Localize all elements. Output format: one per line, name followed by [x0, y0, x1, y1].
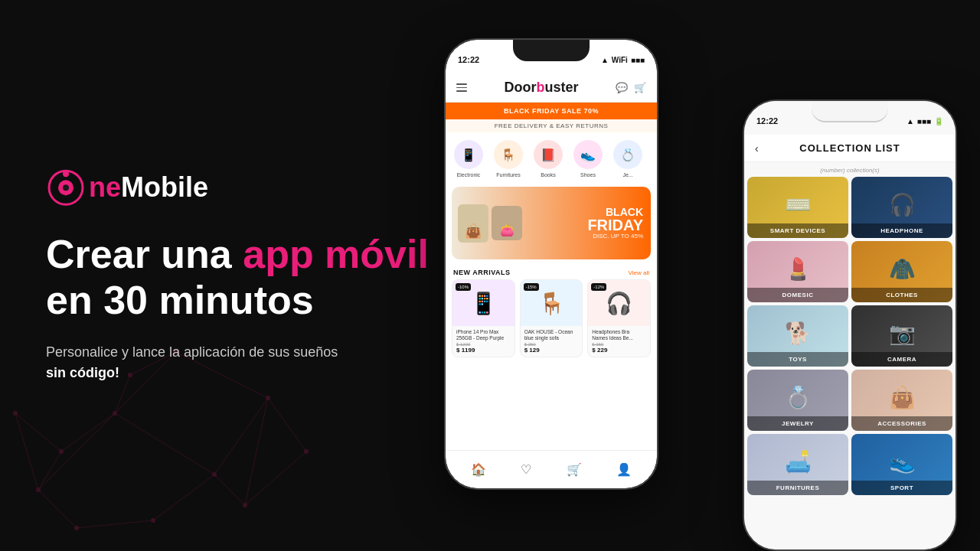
hero-banner: 👜 👛 BLACK FRIDAY DISC. UP TO 45% — [452, 187, 651, 259]
sport-label: SPORT — [851, 481, 952, 495]
cart-bottom-icon: 🛒 — [567, 462, 582, 477]
toys-label: TOYS — [747, 352, 848, 367]
hero-friday-text: FRIDAY — [587, 217, 643, 233]
svg-line-13 — [15, 413, 38, 490]
chat-icon: 💬 — [616, 82, 628, 93]
product-price: $ 129 — [524, 347, 579, 354]
headline-line1: Crear una — [46, 232, 232, 276]
smart-devices-icon: ⌨️ — [785, 192, 812, 217]
category-icon: 👟 — [573, 140, 603, 169]
product-emoji: 🪑 — [538, 291, 565, 316]
doorbuster-logo: Doorbuster — [504, 80, 578, 96]
collection-title: COLLECTION LIST — [799, 142, 900, 154]
product-item-headphone: -12% 🎧 Headphones Bra Names Ideas Be... … — [587, 279, 651, 357]
headline: Crear una app móvil en 30 minutos — [46, 232, 444, 324]
collection-jewelry: 💍 JEWELRY — [747, 370, 848, 431]
collection-accessories: 👜 ACCESSORIES — [851, 370, 952, 431]
sport-icon: 👟 — [889, 449, 916, 474]
phone-1-status-icons: ▲WiFi■■■ — [601, 56, 645, 64]
nav-icons: 💬 🛒 — [616, 82, 646, 93]
category-item: 👟 Shoes — [571, 140, 605, 178]
product-badge: -10% — [456, 283, 471, 291]
svg-point-27 — [13, 411, 18, 416]
phone-2-time: 12:22 — [756, 116, 778, 126]
svg-line-5 — [38, 490, 77, 528]
subtext-regular: Personalice y lance la aplicación de sus… — [46, 344, 338, 360]
svg-point-25 — [59, 449, 64, 454]
svg-point-19 — [113, 411, 117, 416]
category-list: 📱 Electronic 🪑 Furnitures 📕 Books 👟 Shoe… — [446, 132, 657, 182]
category-icon: 📱 — [454, 140, 483, 169]
furnitures-icon: 🛋️ — [785, 449, 812, 474]
phone-2-status-icons: ▲■■■🔋 — [906, 117, 943, 126]
product-info: OAK HOUSE - Ocean blue single sofa $ 250… — [521, 326, 583, 357]
svg-line-0 — [38, 413, 115, 490]
collection-headphone: 🎧 HEADPHONE — [851, 177, 952, 238]
hero-text: BLACK FRIDAY DISC. UP TO 45% — [580, 199, 651, 247]
profile-icon: 👤 — [616, 462, 632, 477]
svg-line-7 — [153, 474, 214, 520]
svg-line-1 — [115, 413, 214, 474]
bag-2: 👛 — [492, 206, 522, 240]
camera-label: CAMERA — [851, 352, 952, 367]
category-icon: 🪑 — [494, 140, 523, 169]
category-item: 🪑 Furnitures — [492, 140, 525, 178]
svg-line-11 — [245, 398, 268, 505]
accessories-label: ACCESSORIES — [851, 416, 952, 431]
product-badge: -15% — [524, 283, 539, 291]
furnitures-label: FURNITURES — [747, 481, 848, 495]
phones-container: 12:22 ▲WiFi■■■ Doorbuster 💬 🛒 — [421, 23, 957, 528]
phone-1-time: 12:22 — [458, 55, 479, 64]
accessories-icon: 👜 — [889, 385, 916, 410]
jewelry-icon: 💍 — [785, 385, 812, 410]
new-arrivals-header: NEW ARRIVALS View all — [446, 264, 657, 279]
svg-line-2 — [214, 398, 268, 474]
headphone-label: HEADPHONE — [851, 223, 952, 238]
svg-line-16 — [268, 398, 306, 452]
onemobile-logo-icon — [46, 168, 86, 207]
product-price: $ 229 — [592, 347, 646, 354]
hamburger-icon — [456, 83, 467, 92]
product-item-iphone: -10% 📱 iPhone 14 Pro Max 256GB - Deep Pu… — [452, 279, 515, 357]
svg-point-23 — [74, 526, 79, 530]
category-icon: 📕 — [534, 140, 563, 169]
black-friday-banner: BLACK FRIDAY SALE 70% — [446, 103, 657, 119]
smart-devices-label: SMART DEVICES — [747, 223, 848, 238]
category-icon: 💍 — [613, 140, 642, 169]
home-icon: 🏠 — [471, 462, 486, 477]
svg-line-17 — [245, 452, 306, 505]
domestic-icon: 💄 — [785, 256, 812, 282]
left-content: neMobile Crear una app móvil en 30 minut… — [46, 168, 444, 383]
product-list: -10% 📱 iPhone 14 Pro Max 256GB - Deep Pu… — [446, 279, 657, 357]
collection-smart-devices: ⌨️ SMART DEVICES — [747, 177, 848, 238]
svg-point-33 — [63, 171, 69, 177]
svg-point-21 — [266, 396, 270, 400]
svg-point-29 — [304, 449, 309, 454]
product-name: Headphones Bra Names Ideas Be... — [592, 329, 646, 342]
category-item: 📱 Electronic — [452, 140, 485, 178]
product-name: iPhone 14 Pro Max 256GB - Deep Purple — [456, 329, 511, 342]
svg-point-20 — [212, 472, 217, 477]
toys-icon: 🐕 — [785, 321, 812, 346]
delivery-banner: FREE DELIVERY & EASY RETURNS — [446, 119, 657, 132]
hero-discount-text: DISC. UP TO 45% — [587, 233, 643, 240]
product-name: OAK HOUSE - Ocean blue single sofa — [524, 329, 579, 342]
phone-2-mockup: 12:22 ▲■■■🔋 ‹ COLLECTION LIST (number) c… — [743, 99, 957, 551]
svg-line-10 — [214, 474, 245, 505]
product-price: $ 1199 — [456, 347, 511, 354]
cart-icon: 🛒 — [634, 82, 646, 93]
product-badge: -12% — [591, 283, 606, 291]
collection-grid: ⌨️ SMART DEVICES 🎧 HEADPHONE 💄 DOMESIC 🧥… — [744, 177, 956, 495]
headline-highlight: app móvil — [243, 232, 429, 276]
product-info: Headphones Bra Names Ideas Be... $ 350 $… — [588, 326, 650, 357]
hero-bags: 👜 👛 — [452, 187, 561, 259]
product-item-sofa: -15% 🪑 OAK HOUSE - Ocean blue single sof… — [520, 279, 583, 357]
collection-toys: 🐕 TOYS — [747, 305, 848, 367]
product-info: iPhone 14 Pro Max 256GB - Deep Purple $ … — [452, 326, 514, 357]
hero-black-text: BLACK — [587, 207, 643, 217]
svg-line-9 — [38, 452, 61, 490]
svg-line-8 — [61, 413, 115, 452]
collection-sport: 👟 SPORT — [851, 434, 952, 495]
product-image: -12% 🎧 — [588, 280, 650, 326]
camera-icon: 📷 — [889, 321, 916, 346]
